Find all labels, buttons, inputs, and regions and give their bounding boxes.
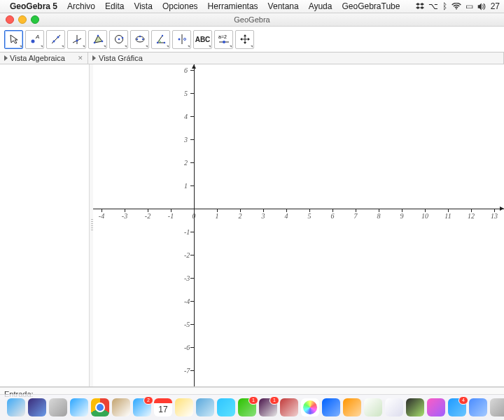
dock-app1[interactable] bbox=[280, 398, 298, 416]
dock-dropbox[interactable] bbox=[322, 398, 340, 416]
menu-ventana[interactable]: Ventana bbox=[268, 1, 299, 11]
dock-calendar[interactable]: 17 bbox=[154, 398, 172, 416]
close-panel-icon[interactable]: ✕ bbox=[78, 55, 83, 62]
dock-textedit[interactable] bbox=[112, 398, 130, 416]
menu-opciones[interactable]: Opciones bbox=[162, 1, 198, 11]
y-tick-label: 5 bbox=[184, 90, 188, 97]
angle-tool[interactable] bbox=[151, 30, 170, 49]
x-tick-label: 6 bbox=[331, 212, 335, 220]
y-tick-label: -7 bbox=[184, 367, 190, 374]
y-tick-label: -3 bbox=[184, 274, 190, 282]
bluetooth-icon[interactable]: ᛒ bbox=[442, 1, 447, 11]
dock-maps[interactable] bbox=[364, 398, 382, 416]
y-tick-label: -2 bbox=[184, 251, 190, 259]
svg-point-5 bbox=[57, 36, 59, 38]
y-axis bbox=[194, 64, 195, 386]
dock-appstore[interactable]: 4 bbox=[448, 398, 466, 416]
svg-point-18 bbox=[141, 38, 143, 40]
x-tick-label: 8 bbox=[377, 212, 381, 220]
x-tick-label: 1 bbox=[216, 212, 219, 220]
display-icon[interactable]: ▭ bbox=[465, 1, 473, 11]
menu-herramientas[interactable]: Herramientas bbox=[208, 1, 258, 11]
dock-notes[interactable] bbox=[175, 398, 193, 416]
close-window-button[interactable] bbox=[6, 15, 14, 24]
algebra-view[interactable] bbox=[0, 64, 93, 386]
x-tick-label: 0 bbox=[192, 212, 196, 220]
graphics-view[interactable]: -4-3-2-1012345678910111213-7-6-5-4-3-2-1… bbox=[93, 64, 504, 386]
svg-point-4 bbox=[52, 41, 55, 43]
svg-line-3 bbox=[52, 35, 60, 43]
y-tick-label: 4 bbox=[184, 113, 188, 120]
dock-finder[interactable] bbox=[7, 398, 25, 416]
dock-mail[interactable]: 2 bbox=[133, 398, 151, 416]
zoom-window-button[interactable] bbox=[31, 15, 39, 24]
x-tick-label: 11 bbox=[444, 212, 451, 220]
perpendicular-tool[interactable] bbox=[67, 30, 86, 49]
menu-edita[interactable]: Edita bbox=[105, 1, 124, 11]
algebra-panel-header[interactable]: Vista Algebraica ✕ bbox=[0, 52, 88, 64]
svg-point-20 bbox=[156, 42, 158, 43]
svg-marker-9 bbox=[94, 36, 102, 43]
slider-tool[interactable]: a=2 bbox=[214, 30, 233, 49]
panel-header-row: Vista Algebraica ✕ Vista Gráfica bbox=[0, 52, 504, 64]
dock-itunes[interactable] bbox=[427, 398, 445, 416]
move-tool[interactable] bbox=[4, 30, 23, 49]
dropbox-icon[interactable] bbox=[416, 2, 424, 10]
dock-launchpad[interactable] bbox=[49, 398, 67, 416]
x-tick-label: 4 bbox=[285, 212, 288, 220]
menu-vista[interactable]: Vista bbox=[134, 1, 152, 11]
clock[interactable]: 27 bbox=[491, 1, 500, 11]
dock-photos[interactable] bbox=[301, 398, 319, 416]
svg-point-12 bbox=[101, 41, 103, 43]
reflect-tool[interactable] bbox=[172, 30, 191, 49]
x-tick-label: -3 bbox=[122, 212, 127, 220]
point-tool[interactable]: A bbox=[25, 30, 44, 49]
dock-wechat[interactable]: 1 bbox=[238, 398, 256, 416]
menu-geogebratube[interactable]: GeoGebraTube bbox=[342, 1, 400, 11]
text-tool[interactable]: ABC bbox=[193, 30, 212, 49]
dock-siri[interactable] bbox=[28, 398, 46, 416]
volume-icon[interactable] bbox=[477, 3, 486, 10]
disclosure-icon bbox=[4, 55, 8, 61]
graph-panel-header[interactable]: Vista Gráfica bbox=[88, 52, 504, 64]
svg-point-11 bbox=[97, 35, 99, 37]
disclosure-icon bbox=[92, 55, 96, 61]
polygon-tool[interactable] bbox=[88, 30, 107, 49]
dock-zoom[interactable] bbox=[469, 398, 487, 416]
menu-ayuda[interactable]: Ayuda bbox=[309, 1, 332, 11]
circle-tool[interactable] bbox=[109, 30, 128, 49]
svg-point-17 bbox=[136, 38, 137, 40]
x-tick-label: 12 bbox=[468, 212, 475, 220]
x-tick-label: -4 bbox=[99, 212, 104, 220]
svg-point-24 bbox=[178, 38, 180, 41]
x-tick-label: 2 bbox=[239, 212, 242, 220]
minimize-window-button[interactable] bbox=[18, 15, 27, 24]
dock-settings[interactable] bbox=[490, 398, 504, 416]
dock-pycharm[interactable] bbox=[406, 398, 424, 416]
app-menu[interactable]: GeoGebra 5 bbox=[10, 1, 57, 11]
x-tick-label: 9 bbox=[400, 212, 404, 220]
graph-panel-title: Vista Gráfica bbox=[99, 54, 143, 62]
svg-point-21 bbox=[163, 42, 164, 43]
move-view-tool[interactable] bbox=[235, 30, 254, 49]
dock-ibooks[interactable] bbox=[343, 398, 361, 416]
badge: 1 bbox=[248, 396, 258, 405]
menu-archivo[interactable]: Archivo bbox=[67, 1, 95, 11]
line-tool[interactable] bbox=[46, 30, 65, 49]
dock-preview[interactable] bbox=[196, 398, 214, 416]
dock-slack[interactable]: 1 bbox=[259, 398, 277, 416]
mac-menubar: GeoGebra 5 Archivo Edita Vista Opciones … bbox=[0, 0, 504, 13]
svg-point-19 bbox=[139, 36, 140, 37]
dock-geogebra[interactable] bbox=[385, 398, 403, 416]
dock-chrome[interactable] bbox=[91, 398, 109, 416]
y-tick-label: -4 bbox=[184, 298, 190, 305]
dock-safari[interactable] bbox=[70, 398, 88, 416]
badge: 1 bbox=[270, 396, 279, 405]
algebra-panel-title: Vista Algebraica bbox=[10, 54, 65, 62]
ellipse-tool[interactable] bbox=[130, 30, 149, 49]
dock-messages[interactable] bbox=[217, 398, 235, 416]
svg-point-1 bbox=[31, 40, 34, 43]
x-axis bbox=[93, 209, 504, 209]
wifi-icon[interactable] bbox=[451, 3, 461, 10]
svg-point-13 bbox=[115, 36, 122, 43]
